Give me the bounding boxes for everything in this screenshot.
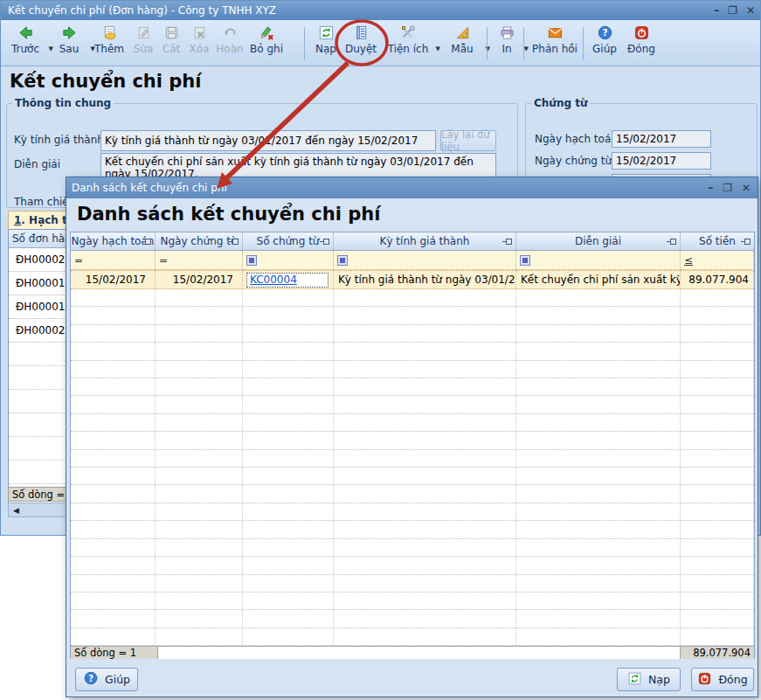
toolbar-button-sua: Sửa — [129, 24, 157, 64]
column-header-period[interactable]: Kỳ tính giá thành — [334, 232, 516, 251]
empty-cell — [334, 485, 516, 502]
empty-row — [71, 575, 754, 593]
grid-header-row: Ngày hạch toán Ngày chứng từ Số chứng từ… — [71, 232, 754, 251]
empty-cell — [681, 414, 754, 431]
toolbar-button-giup[interactable]: ? Giúp — [588, 24, 621, 64]
empty-cell — [71, 503, 156, 520]
voucher-date-input[interactable]: 15/02/2017 — [612, 152, 711, 170]
maximize-icon[interactable]: ❐ — [723, 182, 732, 194]
toolbar-button-mau[interactable]: Mẫu ▼ — [440, 24, 484, 64]
close-icon[interactable]: ✕ — [742, 182, 751, 194]
empty-cell — [334, 378, 516, 395]
cell-voucher-date[interactable]: 15/02/2017 — [156, 271, 243, 288]
empty-row — [71, 539, 754, 557]
scroll-left-icon[interactable]: ◀ — [13, 506, 19, 515]
cell-posting-date[interactable]: 15/02/2017 — [71, 271, 156, 288]
filter-checkbox-icon[interactable] — [520, 255, 530, 266]
empty-cell — [156, 485, 243, 502]
pin-icon[interactable] — [744, 239, 751, 245]
voucher-link[interactable]: KC00004 — [250, 274, 297, 286]
voucher-link-focus-box[interactable]: KC00004 — [246, 273, 329, 288]
toolbar-button-truoc[interactable]: Trước ▼ — [3, 24, 47, 64]
empty-cell — [334, 521, 516, 537]
toolbar-button-nap[interactable]: Nạp — [310, 24, 342, 64]
empty-cell — [334, 575, 516, 592]
toolbar-button-tien-ich[interactable]: Tiện ích ▼ — [382, 24, 434, 64]
grid-data-row[interactable]: 15/02/2017 15/02/2017 KC00004 Kỳ tính gi… — [71, 270, 754, 289]
pin-icon[interactable] — [506, 239, 512, 245]
toolbar-button-sau[interactable]: Sau ▼ — [49, 24, 89, 64]
result-grid: Ngày hạch toán Ngày chứng từ Số chứng từ… — [70, 232, 755, 659]
filter-voucher-date[interactable]: = — [156, 251, 243, 270]
empty-cell — [71, 289, 156, 306]
cell-period[interactable]: Kỳ tính giá thành từ ngày 03/01/2017 đ..… — [334, 271, 516, 288]
pin-icon[interactable] — [232, 239, 239, 245]
empty-cell — [516, 628, 681, 645]
empty-row — [71, 610, 754, 627]
minimize-icon[interactable]: – — [714, 1, 719, 20]
empty-cell — [681, 468, 754, 484]
empty-row — [71, 361, 754, 378]
cell-description[interactable]: Kết chuyển chi phí sản xuất kỳ tín... — [516, 271, 681, 288]
empty-cell — [516, 307, 681, 323]
column-header-description[interactable]: Diễn giải — [516, 232, 681, 251]
period-label: Kỳ tính giá thành — [14, 134, 104, 146]
column-header-posting-date[interactable]: Ngày hạch toán — [71, 232, 156, 251]
column-header-voucher-no[interactable]: Số chứng từ — [243, 232, 334, 251]
help-button[interactable]: ? Giúp — [75, 668, 138, 691]
column-header-voucher-date[interactable]: Ngày chứng từ — [156, 232, 243, 251]
filter-voucher-no[interactable] — [243, 251, 334, 270]
dialog-titlebar: Danh sách kết chuyển chi phí – ❐ ✕ — [66, 177, 758, 198]
empty-cell — [681, 539, 754, 556]
toolbar-button-bo-ghi[interactable]: Bỏ ghi — [247, 24, 286, 64]
empty-cell — [516, 325, 681, 342]
cell-amount[interactable]: 89.077.904 — [681, 271, 754, 288]
load-button[interactable]: Nạp — [617, 668, 681, 691]
close-dialog-button[interactable]: Đóng — [691, 668, 754, 691]
period-input[interactable]: Kỳ tính giá thành từ ngày 03/01/2017 đến… — [100, 130, 436, 151]
pin-icon[interactable] — [670, 239, 676, 245]
filter-checkbox-icon[interactable] — [337, 255, 348, 266]
empty-row — [71, 628, 754, 646]
posting-date-label: Ngày hạch toán — [535, 133, 618, 145]
filter-period[interactable] — [334, 251, 516, 270]
general-info-legend: Thông tin chung — [12, 97, 114, 109]
filter-amount[interactable]: ≤ — [681, 251, 754, 270]
empty-cell — [334, 593, 516, 609]
template-icon — [454, 24, 471, 41]
toolbar-button-in[interactable]: In ▼ — [491, 24, 522, 64]
toolbar-button-dong[interactable]: Đóng — [623, 24, 660, 64]
pin-icon[interactable] — [323, 239, 329, 245]
empty-cell — [243, 378, 334, 395]
minimize-icon[interactable]: – — [708, 182, 713, 194]
empty-cell — [334, 628, 516, 645]
empty-cell — [681, 325, 754, 342]
approve-icon — [353, 24, 370, 41]
description-label: Diễn giải — [14, 158, 60, 170]
filter-posting-date[interactable]: = — [71, 251, 156, 270]
toolbar-button-phan-hoi[interactable]: Phản hồi — [529, 24, 581, 64]
empty-cell — [334, 361, 516, 378]
feedback-icon — [547, 24, 564, 41]
filter-checkbox-icon[interactable] — [246, 255, 257, 266]
refresh-icon — [318, 24, 335, 41]
cell-voucher-no[interactable]: KC00004 — [243, 271, 334, 288]
posting-date-input[interactable]: 15/02/2017 — [612, 130, 711, 148]
empty-cell — [516, 289, 681, 306]
filter-description[interactable] — [516, 251, 681, 270]
maximize-icon[interactable]: ❐ — [728, 1, 737, 20]
empty-row — [71, 307, 754, 324]
empty-row — [71, 521, 754, 538]
help-icon: ? — [597, 24, 613, 41]
empty-row — [71, 432, 754, 449]
empty-cell — [71, 414, 156, 431]
pin-icon[interactable] — [145, 239, 151, 245]
toolbar-button-them[interactable]: Thêm — [92, 24, 127, 64]
empty-cell — [156, 432, 243, 448]
empty-cell — [334, 539, 516, 556]
toolbar-button-duyet[interactable]: Duyệt — [342, 24, 379, 64]
column-header-amount[interactable]: Số tiền — [681, 232, 754, 251]
close-icon[interactable]: ✕ — [746, 1, 755, 20]
reload-data-button[interactable]: Lấy lại dữ liệu — [440, 130, 496, 151]
empty-cell — [516, 593, 681, 609]
